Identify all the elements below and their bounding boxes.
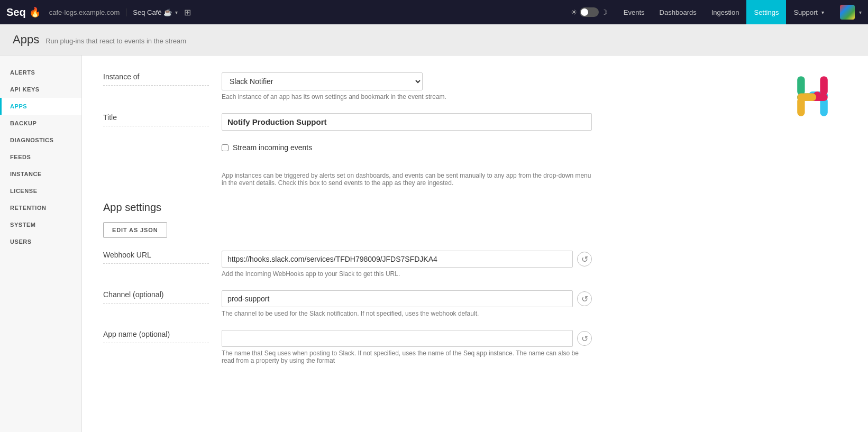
sidebar-item-apps[interactable]: APPS — [0, 98, 81, 115]
page-subtitle: Run plug-ins that react to events in the… — [45, 37, 186, 45]
app-name-hint: The name that Seq uses when posting to S… — [222, 350, 592, 364]
edit-as-json-button[interactable]: EDIT AS JSON — [103, 222, 167, 238]
app-name-input[interactable] — [222, 330, 573, 347]
channel-hint: The channel to be used for the Slack not… — [222, 310, 592, 317]
server-label: cafe-logs.example.com — [49, 8, 127, 16]
stream-checkbox[interactable] — [222, 144, 229, 151]
user-avatar[interactable] — [840, 5, 855, 20]
nav-link-support[interactable]: Support ▾ — [786, 0, 832, 24]
webhook-reset-icon[interactable]: ↺ — [577, 252, 592, 266]
support-chevron-icon: ▾ — [821, 10, 824, 15]
main-layout: ALERTS API KEYS APPS BACKUP DIAGNOSTICS … — [0, 56, 868, 432]
sidebar-item-instance[interactable]: INSTANCE — [0, 166, 81, 182]
page-header: Apps Run plug-ins that react to events i… — [0, 24, 868, 56]
top-nav: Seq 🔥 cafe-logs.example.com Seq Café ☕ ▾… — [0, 0, 868, 24]
sidebar-item-diagnostics[interactable]: DIAGNOSTICS — [0, 132, 81, 149]
title-row: Title — [103, 113, 847, 131]
sidebar: ALERTS API KEYS APPS BACKUP DIAGNOSTICS … — [0, 56, 82, 432]
webhook-url-field: ↺ Add the Incoming WebHooks app to your … — [222, 251, 592, 278]
channel-row: Channel (optional) ↺ The channel to be u… — [103, 290, 847, 317]
nav-link-settings[interactable]: Settings — [746, 0, 786, 24]
pin-icon[interactable]: ⊞ — [184, 7, 191, 17]
sidebar-item-users[interactable]: USERS — [0, 233, 81, 250]
instance-of-label: Instance of — [103, 72, 209, 86]
instance-of-field: Slack Notifier Each instance of an app h… — [222, 72, 592, 100]
moon-icon: ☽ — [601, 8, 608, 16]
nav-link-dashboards[interactable]: Dashboards — [652, 0, 704, 24]
app-name-field: ↺ The name that Seq uses when posting to… — [222, 330, 592, 364]
nav-links: Events Dashboards Ingestion Settings Sup… — [616, 0, 832, 24]
stream-label[interactable]: Stream incoming events — [233, 143, 312, 152]
title-label: Title — [103, 113, 209, 126]
main-content: Instance of Slack Notifier Each instance… — [82, 56, 868, 432]
channel-input-group: ↺ — [222, 290, 592, 307]
webhook-url-label: Webhook URL — [103, 251, 209, 264]
svg-rect-11 — [797, 94, 816, 101]
channel-field: ↺ The channel to be used for the Slack n… — [222, 290, 592, 317]
theme-toggle-track[interactable] — [580, 7, 599, 17]
instance-of-row: Instance of Slack Notifier Each instance… — [103, 72, 847, 100]
webhook-url-row: Webhook URL ↺ Add the Incoming WebHooks … — [103, 251, 847, 278]
channel-label: Channel (optional) — [103, 290, 209, 304]
webhook-url-input[interactable] — [222, 251, 573, 268]
stream-hint: App instances can be triggered by alerts… — [222, 172, 592, 187]
app-name-reset-icon[interactable]: ↺ — [577, 331, 592, 346]
avatar-chevron-icon[interactable]: ▾ — [859, 10, 862, 15]
app-settings-section: App settings EDIT AS JSON — [103, 201, 847, 238]
workspace-chevron-icon: ▾ — [175, 10, 178, 15]
nav-link-ingestion[interactable]: Ingestion — [704, 0, 747, 24]
channel-reset-icon[interactable]: ↺ — [577, 291, 592, 306]
theme-toggle[interactable]: ☀ ☽ — [571, 7, 608, 17]
sidebar-item-backup[interactable]: BACKUP — [0, 115, 81, 132]
sidebar-item-system[interactable]: SYSTEM — [0, 216, 81, 233]
theme-toggle-thumb — [581, 8, 588, 16]
nav-link-events[interactable]: Events — [616, 0, 652, 24]
workspace-label: Seq Café ☕ — [133, 8, 172, 16]
sidebar-item-feeds[interactable]: FEEDS — [0, 149, 81, 166]
sun-icon: ☀ — [571, 8, 578, 16]
page-title: Apps — [13, 33, 39, 47]
webhook-url-input-group: ↺ — [222, 251, 592, 268]
svg-rect-6 — [820, 76, 827, 95]
instance-of-select[interactable]: Slack Notifier — [222, 72, 423, 90]
app-name-row: App name (optional) ↺ The name that Seq … — [103, 330, 847, 364]
logo-text: Seq — [6, 6, 26, 19]
sidebar-item-license[interactable]: LICENSE — [0, 182, 81, 199]
app-name-label: App name (optional) — [103, 330, 209, 343]
sidebar-item-alerts[interactable]: ALERTS — [0, 64, 81, 81]
workspace-selector[interactable]: Seq Café ☕ ▾ — [133, 8, 178, 16]
webhook-url-hint: Add the Incoming WebHooks app to your Sl… — [222, 270, 592, 278]
slack-logo — [789, 72, 836, 120]
channel-input[interactable] — [222, 290, 573, 307]
app-logo[interactable]: Seq 🔥 — [6, 6, 41, 19]
app-name-input-group: ↺ — [222, 330, 592, 347]
svg-rect-0 — [797, 76, 805, 95]
instance-of-hint: Each instance of an app has its own sett… — [222, 93, 592, 100]
logo-flame: 🔥 — [29, 6, 41, 18]
stream-events-row: Stream incoming events App instances can… — [222, 143, 592, 187]
stream-checkbox-row: Stream incoming events — [222, 143, 312, 152]
title-field — [222, 113, 592, 131]
app-settings-title: App settings — [103, 201, 847, 214]
sidebar-item-retention[interactable]: RETENTION — [0, 199, 81, 216]
sidebar-item-api-keys[interactable]: API KEYS — [0, 81, 81, 98]
title-input[interactable] — [222, 113, 592, 131]
